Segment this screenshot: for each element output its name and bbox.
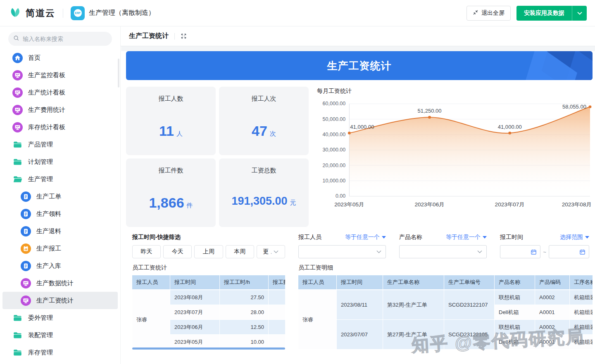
quick-filter-label: 报工时间-快捷筛选 (132, 234, 285, 241)
table-cell: 2023年06月 (170, 320, 220, 335)
sidebar-item-label: 生产数据统计 (36, 279, 74, 287)
brand-logo[interactable]: 简道云 (8, 5, 55, 21)
sidebar-item[interactable]: 生产费用统计 (2, 101, 118, 118)
sidebar-item-label: 委外管理 (28, 314, 53, 322)
stat-unit: 元 (290, 199, 296, 206)
sidebar-item-label: 首页 (28, 54, 40, 62)
stat-label: 报工件数 (126, 158, 216, 175)
sidebar-item-label: 计划管理 (28, 158, 53, 166)
filter-group: 报工时间选择范围~ (500, 234, 589, 258)
current-app[interactable]: ERP 生产管理（离散制造） (71, 6, 155, 20)
sidebar-item[interactable]: 生产管理 (2, 170, 118, 188)
table-cell: 2023年07月 (170, 305, 220, 320)
quick-filter-button[interactable]: 昨天 (132, 245, 161, 258)
sidebar-item-label: 生产退料 (36, 227, 61, 235)
sidebar-item[interactable]: 生产监控看板 (2, 66, 118, 84)
table-cell: Dell机箱 (495, 305, 535, 320)
sidebar-item-label: 生产工单 (36, 193, 61, 201)
sidebar-item[interactable]: 生产退料 (2, 222, 118, 240)
column-header: 报工数量 (269, 275, 285, 290)
table-cell: A0002 (535, 320, 570, 335)
install-app-button[interactable]: 安装应用及数据 (516, 6, 587, 21)
sidebar-item[interactable]: 装配管理 (2, 326, 118, 344)
brand-name: 简道云 (26, 7, 55, 19)
quick-filter-button[interactable]: 上周 (194, 245, 223, 258)
filter-operator-link[interactable]: 等于任意一个 (345, 234, 386, 241)
chevron-down-icon (274, 250, 278, 253)
sidebar-item-label: 生产统计看板 (28, 89, 65, 97)
expand-fullscreen-icon[interactable] (181, 33, 187, 39)
dashboard-icon (21, 295, 31, 306)
filter-select[interactable] (399, 245, 487, 258)
monthly-wage-area-chart[interactable]: 0.0010,000.0020,000.0030,000.0040,000.00… (316, 97, 593, 217)
table-cell: 第27周-生产工单 (383, 320, 444, 350)
sidebar-item[interactable]: 计划管理 (2, 153, 118, 170)
folder-icon (12, 157, 23, 167)
table-cell: 机箱组装 (570, 305, 593, 320)
doc-icon (21, 261, 31, 271)
stat-card: 报工人次47次 (219, 87, 309, 155)
salary-summary-title: 员工工资统计 (132, 264, 285, 272)
stat-unit: 件 (187, 202, 193, 209)
stat-value: 47 (252, 123, 267, 139)
table-cell: 机箱组装 (570, 320, 593, 335)
sidebar-item[interactable]: 库存管理 (2, 344, 118, 361)
table-cell: 2023/07/07 (337, 320, 383, 350)
column-header: 工序名称 (570, 275, 593, 290)
svg-text:30,000.00: 30,000.00 (322, 147, 345, 153)
sidebar-item[interactable]: 生产数据统计 (2, 274, 118, 292)
table-cell (269, 320, 285, 335)
chevron-down-icon[interactable] (572, 6, 587, 21)
sidebar-scrollbar[interactable] (118, 59, 119, 87)
sidebar-item-label: 生产工资统计 (36, 297, 74, 305)
horizontal-scrollbar[interactable] (132, 347, 285, 350)
report-icon (21, 243, 31, 254)
more-filter-button[interactable]: 更. (257, 245, 285, 258)
page-title: 生产工资统计 (129, 32, 169, 40)
chart-title: 每月工资统计 (317, 87, 593, 95)
search-icon (13, 35, 19, 43)
sidebar-item-label: 生产管理 (28, 175, 53, 183)
stat-label: 报工人数 (126, 87, 216, 103)
filter-select[interactable] (298, 245, 386, 258)
filter-operator-link[interactable]: 选择范围 (560, 234, 589, 241)
date-start-input[interactable] (500, 245, 540, 258)
stat-card: 报工人数11人 (126, 87, 216, 155)
sidebar-item[interactable]: 生产领料 (2, 205, 118, 222)
quick-filter-button[interactable]: 本周 (226, 245, 254, 258)
sidebar-item[interactable]: 产品管理 (2, 136, 118, 153)
filter-group: 产品名称等于任意一个 (399, 234, 487, 258)
sidebar-item[interactable]: 生产工资统计 (2, 292, 118, 309)
folder-icon (12, 330, 23, 340)
sidebar-item-label: 产品管理 (28, 141, 53, 149)
search-input[interactable] (23, 35, 107, 42)
filter-group: 报工人员等于任意一个 (298, 234, 386, 258)
quick-filter-button[interactable]: 今天 (163, 245, 192, 258)
sidebar-item[interactable]: 生产报工 (2, 240, 118, 257)
sidebar-search[interactable] (8, 32, 112, 46)
quick-filter-block: 报工时间-快捷筛选 昨天今天上周本周更. (132, 234, 285, 258)
sidebar-item[interactable]: 生产统计看板 (2, 84, 118, 101)
filter-operator-link[interactable]: 等于任意一个 (446, 234, 487, 241)
dashboard-banner: 生产工资统计 (126, 51, 593, 80)
table-row: 张睿2023/08/11第32周-生产工单SCGD23122107联想机箱A00… (298, 290, 593, 305)
sidebar-item[interactable]: 生产入库 (2, 257, 118, 274)
table-cell: 12.50 (220, 320, 269, 335)
table-cell: A0002 (535, 290, 570, 305)
svg-text:10,000.00: 10,000.00 (322, 178, 345, 184)
table-cell: SCGD23122107 (444, 290, 495, 320)
sidebar-item[interactable]: 首页 (2, 49, 118, 66)
stat-label: 工资总数 (219, 158, 309, 175)
date-range-separator: ~ (543, 249, 546, 255)
sidebar-item[interactable]: 生产工单 (2, 188, 118, 205)
date-end-input[interactable] (549, 245, 589, 258)
monthly-wage-chart-panel: 每月工资统计 0.0010,000.0020,000.0030,000.0040… (316, 87, 593, 227)
sidebar-item[interactable]: 委外管理 (2, 309, 118, 326)
column-header: 报工人员 (132, 275, 170, 290)
exit-fullscreen-button[interactable]: 退出全屏 (466, 6, 511, 21)
header-divider (63, 9, 63, 18)
table-cell (269, 305, 285, 320)
sidebar-nav: 首页生产监控看板生产统计看板生产费用统计库存统计看板产品管理计划管理生产管理生产… (0, 47, 120, 364)
sidebar-item[interactable]: 库存统计看板 (2, 118, 118, 136)
table-cell: 联想机箱 (495, 290, 535, 305)
